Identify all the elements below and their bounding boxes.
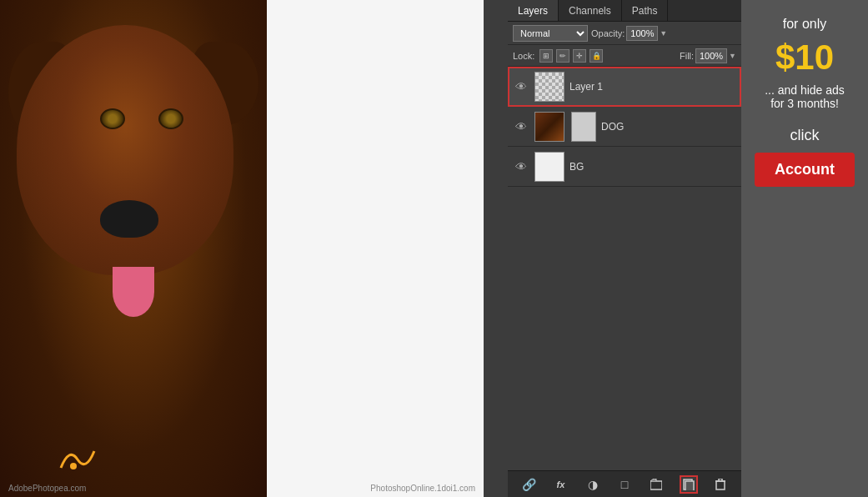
- svg-rect-3: [685, 481, 694, 490]
- new-layer-btn[interactable]: [680, 475, 698, 494]
- dog-layer-name: DOG: [601, 121, 736, 133]
- layer1-visibility-toggle[interactable]: 👁: [513, 78, 529, 95]
- link-layers-btn[interactable]: 🔗: [519, 475, 538, 494]
- dog-thumbnail: [534, 112, 564, 142]
- layer-item-layer1[interactable]: 👁 Layer 1: [508, 67, 741, 107]
- bottom-branding: AdobePhotopea.com PhotoshopOnline.1doi1.…: [0, 484, 484, 493]
- fill-arrow[interactable]: ▼: [729, 52, 736, 60]
- layer-effects-btn[interactable]: fx: [551, 475, 569, 494]
- layers-list: 👁 Layer 1 👁 DOG 👁 BG: [508, 67, 741, 470]
- lock-row: Lock: ⊞ ✏ ✛ 🔒 Fill: ▼: [508, 45, 741, 67]
- layer1-thumbnail: [534, 72, 564, 102]
- lock-image-btn[interactable]: ✏: [556, 49, 569, 63]
- blend-mode-row: Normal Dissolve Multiply Screen Overlay …: [508, 22, 741, 45]
- svg-point-0: [70, 463, 77, 469]
- bg-visibility-toggle[interactable]: 👁: [513, 158, 529, 175]
- bg-thumbnail: [534, 152, 564, 182]
- account-button[interactable]: Account: [755, 153, 855, 187]
- opacity-label: Opacity:: [591, 28, 625, 38]
- photo-panel: AdobePhotopea.com PhotoshopOnline.1doi1.…: [0, 0, 484, 497]
- dog-photo: [0, 0, 267, 497]
- layer-item-bg[interactable]: 👁 BG: [508, 147, 741, 187]
- lock-label: Lock:: [513, 51, 534, 61]
- panel-tabs: Layers Channels Paths: [508, 0, 741, 22]
- ad-price: $10: [775, 40, 834, 75]
- white-background: [267, 0, 484, 497]
- fill-input[interactable]: [695, 48, 727, 63]
- logo-icon: [57, 443, 98, 472]
- ad-panel: for only $10 ... and hide adsfor 3 month…: [741, 0, 868, 497]
- tab-layers[interactable]: Layers: [508, 0, 559, 21]
- layer-item-dog[interactable]: 👁 DOG: [508, 107, 741, 147]
- blend-mode-select[interactable]: Normal Dissolve Multiply Screen Overlay: [513, 25, 588, 42]
- left-branding: AdobePhotopea.com: [8, 484, 86, 493]
- workspace-gap: [484, 0, 508, 497]
- svg-rect-1: [650, 481, 662, 489]
- lock-transparent-btn[interactable]: ⊞: [539, 49, 553, 63]
- opacity-row: Opacity: ▼: [591, 26, 667, 41]
- svg-rect-4: [716, 481, 725, 489]
- fill-label: Fill:: [680, 51, 694, 61]
- right-branding: PhotoshopOnline.1doi1.com: [370, 484, 475, 493]
- panel-footer: 🔗 fx ◑ □: [508, 470, 741, 497]
- opacity-arrow[interactable]: ▼: [660, 29, 667, 38]
- ad-top-text: for only: [783, 17, 826, 32]
- lock-position-btn[interactable]: ✛: [573, 49, 586, 63]
- delete-layer-btn[interactable]: [711, 475, 730, 494]
- layer1-name: Layer 1: [569, 81, 736, 93]
- folder-icon: [650, 479, 662, 490]
- tab-paths[interactable]: Paths: [622, 0, 669, 21]
- lock-all-btn[interactable]: 🔒: [590, 49, 603, 63]
- new-layer-icon: [683, 479, 695, 490]
- dog-visibility-toggle[interactable]: 👁: [513, 118, 529, 135]
- ad-click-text: click: [790, 127, 820, 144]
- bg-layer-name: BG: [569, 161, 736, 173]
- dog-mask-thumbnail: [571, 112, 596, 142]
- trash-icon: [715, 479, 725, 490]
- tab-channels[interactable]: Channels: [559, 0, 622, 21]
- new-group-btn[interactable]: [647, 475, 665, 494]
- add-adjustment-btn[interactable]: ◑: [584, 475, 602, 494]
- fill-row: Fill: ▼: [680, 48, 736, 63]
- opacity-input[interactable]: [626, 26, 658, 41]
- ad-mid-text: ... and hide adsfor 3 months!: [765, 83, 845, 110]
- add-mask-btn[interactable]: □: [615, 475, 634, 494]
- lock-icons: ⊞ ✏ ✛ 🔒: [539, 49, 603, 63]
- layers-panel: Layers Channels Paths Normal Dissolve Mu…: [508, 0, 741, 497]
